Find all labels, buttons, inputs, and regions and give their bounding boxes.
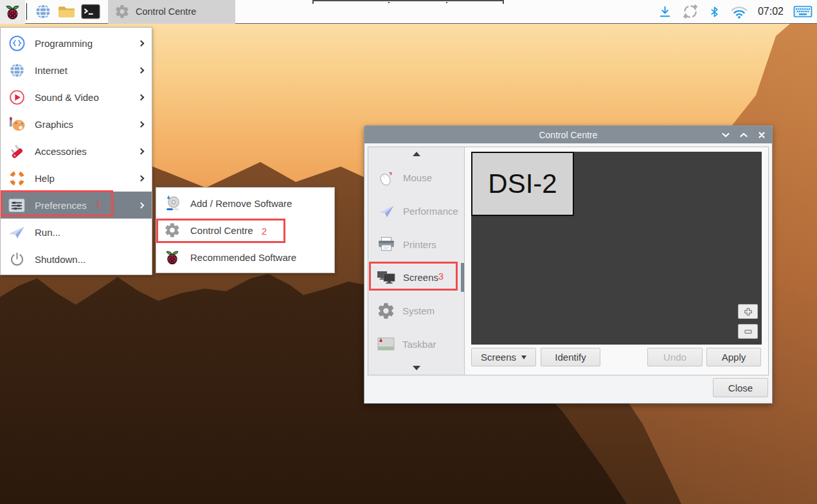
settings-sidebar: Mouse Performance [368,147,465,375]
undo-button[interactable]: Undo [647,348,703,366]
dropdown-caret-icon [521,356,526,359]
submenu-item-recommended-software[interactable]: Recommended Software [156,244,334,271]
screens-panel: DSI-2 [465,147,768,375]
download-icon[interactable] [658,4,672,19]
shutdown-icon [7,251,26,268]
sound-video-icon [7,89,26,106]
screen-layout-canvas[interactable]: DSI-2 [471,152,762,345]
desktop: Control Centre [0,0,817,504]
sync-icon[interactable] [682,3,699,20]
menu-item-shutdown[interactable]: Shutdown... [1,246,152,273]
wifi-icon[interactable] [730,4,748,19]
zoom-out-icon [744,327,753,336]
taskbar-icon [377,336,395,352]
raspberry-icon [163,249,182,266]
window-title: Control Centre [539,130,597,140]
internet-icon [7,62,26,79]
submenu-arrow-icon [138,40,145,46]
preferences-icon [7,197,26,213]
sidebar-scroll-up[interactable] [368,147,464,161]
scroll-up-icon [413,152,420,156]
file-manager-launcher[interactable] [55,0,78,24]
minimize-button[interactable] [721,130,730,140]
sidebar-item-printers[interactable]: Printers [368,228,464,261]
submenu-arrow-icon [138,121,145,127]
gear-icon [114,4,130,19]
menu-item-programming[interactable]: Programming [1,30,152,57]
hidden-window-edge [312,0,504,3]
system-tray: 07:02 [658,3,813,20]
terminal-icon [81,3,100,20]
window-titlebar[interactable]: Control Centre [364,126,772,143]
programming-icon [7,35,26,52]
zoom-in-button[interactable] [738,304,758,319]
menu-item-sound-video[interactable]: Sound & Video [1,84,152,111]
zoom-out-button[interactable] [738,324,758,339]
sidebar-item-taskbar[interactable]: Taskbar [368,327,464,361]
taskbar: Control Centre [0,0,817,24]
close-window-icon[interactable] [757,130,766,140]
maximize-button[interactable] [739,130,748,140]
mouse-icon [377,170,396,186]
submenu-arrow-icon [138,94,145,100]
main-menu: Programming Internet [0,27,152,275]
raspberry-menu-icon [4,3,21,21]
keyboard-icon[interactable] [793,4,813,19]
taskbar-window-button-control-centre[interactable]: Control Centre [108,0,235,24]
identify-button[interactable]: Identify [541,348,600,366]
menu-item-help[interactable]: Help [1,165,152,192]
submenu-arrow-icon [138,148,145,154]
menu-item-run[interactable]: Run... [1,219,152,246]
accessories-icon [7,143,26,160]
submenu-arrow-icon [138,175,145,181]
performance-icon [377,203,396,219]
sidebar-scroll-down[interactable] [368,361,464,375]
file-manager-icon [57,4,76,20]
system-icon [377,302,395,320]
web-browser-icon [34,3,52,21]
screens-icon [377,269,396,285]
apply-button[interactable]: Apply [706,348,761,366]
menu-item-preferences[interactable]: Preferences [1,192,152,219]
scroll-down-icon [413,366,420,370]
close-button[interactable]: Close [713,378,768,397]
control-centre-window: Control Centre [364,125,773,404]
run-icon [7,224,26,240]
add-remove-software-icon [163,195,182,212]
taskbar-separator [26,3,27,20]
zoom-in-icon [744,307,753,316]
printers-icon [377,236,396,253]
gear-icon [163,222,182,239]
menu-item-accessories[interactable]: Accessories [1,138,152,165]
applications-menu-button[interactable] [0,0,25,24]
control-centre-notebook: Mouse Performance [368,147,769,375]
sidebar-item-screens[interactable]: Screens [368,261,464,294]
sidebar-item-performance[interactable]: Performance [368,195,464,228]
screens-dropdown-button[interactable]: Screens [471,348,536,366]
web-browser-launcher[interactable] [31,0,55,24]
sidebar-item-mouse[interactable]: Mouse [368,161,464,195]
screen-dsi-2-label: DSI-2 [488,168,557,199]
sidebar-item-system[interactable]: System [368,294,464,328]
help-icon [7,170,26,187]
terminal-launcher[interactable] [78,0,102,24]
submenu-arrow-icon [138,202,145,208]
graphics-icon [7,116,26,132]
screen-dsi-2[interactable]: DSI-2 [471,152,574,216]
bluetooth-icon[interactable] [708,4,721,19]
taskbar-window-button-label: Control Centre [136,6,196,17]
submenu-item-add-remove-software[interactable]: Add / Remove Software [156,190,334,217]
sidebar-scrollbar-thumb[interactable] [461,263,464,292]
preferences-submenu: Add / Remove Software Control Centre [156,187,335,273]
menu-item-graphics[interactable]: Graphics [1,111,152,138]
submenu-arrow-icon [138,67,145,73]
clock[interactable]: 07:02 [758,6,784,17]
submenu-item-control-centre[interactable]: Control Centre [156,217,334,244]
menu-item-internet[interactable]: Internet [1,57,152,84]
